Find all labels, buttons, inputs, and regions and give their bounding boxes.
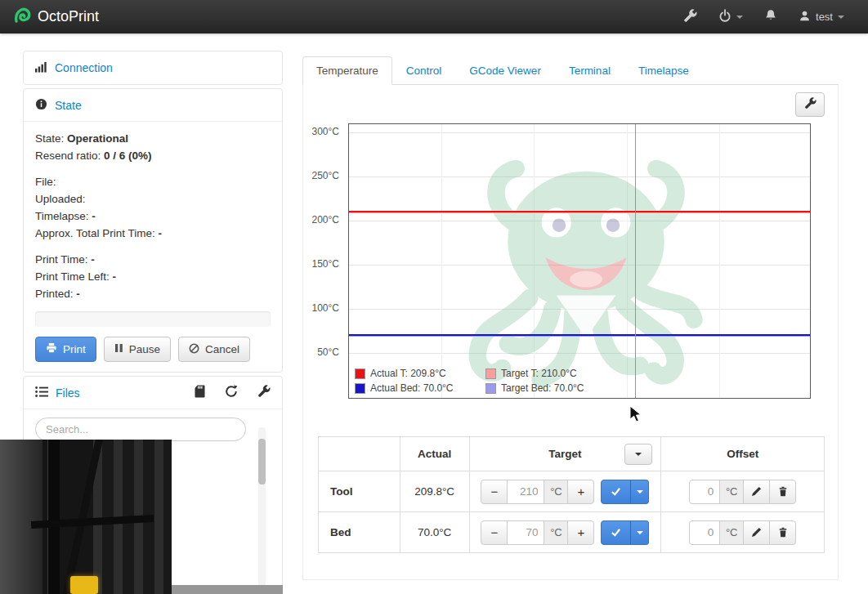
offset-tool-input[interactable] (689, 480, 720, 504)
scrollbar-thumb[interactable] (258, 439, 266, 485)
octoprint-watermark-octopus (431, 147, 741, 399)
octoprint-logo-icon (13, 6, 31, 28)
top-navbar: OctoPrint test (0, 0, 868, 33)
printer-part-yellow (70, 576, 98, 594)
decrement-target-bed-button[interactable]: − (481, 520, 508, 545)
connection-panel: Connection (23, 51, 283, 85)
delete-offset-tool-button[interactable] (769, 480, 796, 504)
wrench-icon[interactable] (257, 385, 271, 400)
unit-addon: °C (544, 520, 568, 545)
nav-notifications-button[interactable] (754, 0, 788, 33)
nav-user-menu[interactable]: test (788, 0, 855, 33)
actual-temp-tool: 209.8°C (400, 471, 469, 512)
approx-time-line: Approx. Total Print Time: - (35, 225, 271, 242)
edit-offset-bed-button[interactable] (743, 520, 770, 545)
target-temp-bed-input[interactable] (507, 520, 544, 545)
y-tick-label: 300°C (312, 126, 340, 137)
table-row-bed: Bed 70.0°C − °C + (319, 512, 825, 553)
caret-down-icon (637, 490, 643, 494)
state-panel: State State: Operational Resend ratio: 0… (23, 88, 283, 373)
refresh-icon[interactable] (225, 385, 238, 400)
legend-label: Actual T: 209.8°C (370, 368, 446, 379)
print-button[interactable]: Print (35, 337, 96, 362)
resend-value: 0 / 6 (0%) (104, 150, 152, 162)
legend-swatch-target-tool (485, 368, 496, 379)
cancel-button[interactable]: Cancel (178, 337, 250, 362)
uploaded-line: Uploaded: (35, 190, 271, 208)
sidebar-bottom-strip (172, 585, 283, 594)
legend-swatch-target-bed (485, 383, 496, 394)
tab-terminal[interactable]: Terminal (555, 56, 624, 85)
graph-settings-button[interactable] (795, 92, 825, 117)
y-tick-label: 150°C (312, 258, 340, 270)
webcam-view (0, 440, 172, 594)
chart-legend: Actual T: 209.8°C Target T: 210.0°C Actu… (355, 364, 584, 394)
print-progress-bar (35, 311, 271, 327)
confirm-target-bed-button[interactable] (601, 520, 631, 545)
table-row-tool: Tool 209.8°C − °C + (319, 471, 825, 512)
header-actual: Actual (400, 437, 469, 471)
header-offset: Offset (661, 437, 825, 471)
time-info: Print Time: - Print Time Left: - Printed… (35, 251, 271, 302)
offset-bed-input[interactable] (689, 520, 720, 545)
brand-title: OctoPrint (38, 8, 99, 25)
y-tick-label: 200°C (312, 214, 340, 226)
octoprint-brand[interactable]: OctoPrint (13, 6, 99, 28)
header-target: Target (469, 437, 661, 471)
nav-power-menu[interactable] (708, 0, 754, 33)
bell-icon (764, 9, 777, 25)
user-icon (799, 10, 811, 25)
printer-frame-post (47, 440, 60, 594)
resend-line: Resend ratio: 0 / 6 (0%) (35, 147, 271, 164)
caret-down-icon (838, 16, 844, 19)
target-dropdown-button[interactable] (624, 444, 652, 465)
state-value: Operational (67, 132, 128, 145)
decrement-target-tool-button[interactable]: − (481, 480, 508, 504)
delete-offset-bed-button[interactable] (769, 520, 796, 545)
files-scrollbar[interactable] (258, 427, 266, 589)
wrench-icon (804, 97, 817, 113)
unit-addon: °C (719, 480, 744, 504)
legend-label: Actual Bed: 70.0°C (370, 382, 454, 394)
nav-settings-button[interactable] (673, 0, 708, 33)
confirm-target-bed-dropdown[interactable] (630, 520, 649, 545)
user-name: test (816, 11, 833, 23)
connection-panel-toggle[interactable]: Connection (55, 61, 113, 74)
files-search-input[interactable] (35, 418, 246, 441)
pause-icon (114, 343, 123, 355)
power-icon (718, 9, 732, 25)
edit-offset-tool-button[interactable] (743, 480, 770, 504)
state-summary: State: Operational Resend ratio: 0 / 6 (… (35, 130, 271, 164)
state-line: State: Operational (35, 130, 271, 147)
files-panel-toggle[interactable]: Files (56, 386, 80, 400)
legend-swatch-actual-bed (355, 383, 365, 394)
tab-timelapse[interactable]: Timelapse (624, 56, 703, 85)
caret-down-icon (637, 531, 643, 534)
pause-button[interactable]: Pause (104, 337, 171, 362)
legend-label: Target Bed: 70.0°C (501, 382, 584, 394)
file-info: File: Uploaded: Timelapse: - Approx. Tot… (35, 173, 271, 242)
temperature-plot[interactable]: Actual T: 209.8°C Target T: 210.0°C Actu… (348, 123, 811, 399)
tab-temperature[interactable]: Temperature (302, 56, 392, 85)
cancel-icon (189, 343, 199, 356)
target-temp-tool-input[interactable] (507, 480, 544, 504)
temperature-tab-content: 300°C 250°C 200°C 150°C 100°C 50°C (302, 85, 839, 580)
y-tick-label: 250°C (312, 170, 340, 181)
header-empty (319, 437, 400, 471)
y-tick-label: 50°C (317, 346, 339, 358)
y-tick-label: 100°C (312, 302, 340, 314)
increment-target-bed-button[interactable]: + (567, 520, 594, 545)
tab-control[interactable]: Control (392, 56, 456, 85)
wrench-icon (683, 9, 697, 25)
sd-card-icon[interactable] (195, 385, 205, 400)
list-icon (35, 386, 48, 400)
temperature-table: Actual Target Offset Tool 209.8°C − ° (318, 436, 825, 553)
confirm-target-tool-dropdown[interactable] (630, 480, 649, 504)
state-panel-toggle[interactable]: State (55, 99, 82, 112)
mouse-cursor (629, 405, 642, 427)
actual-temp-bed: 70.0°C (400, 512, 469, 553)
print-time-left-line: Print Time Left: - (35, 268, 271, 285)
increment-target-tool-button[interactable]: + (567, 480, 594, 504)
confirm-target-tool-button[interactable] (601, 480, 631, 504)
tab-gcode-viewer[interactable]: GCode Viewer (455, 56, 555, 85)
